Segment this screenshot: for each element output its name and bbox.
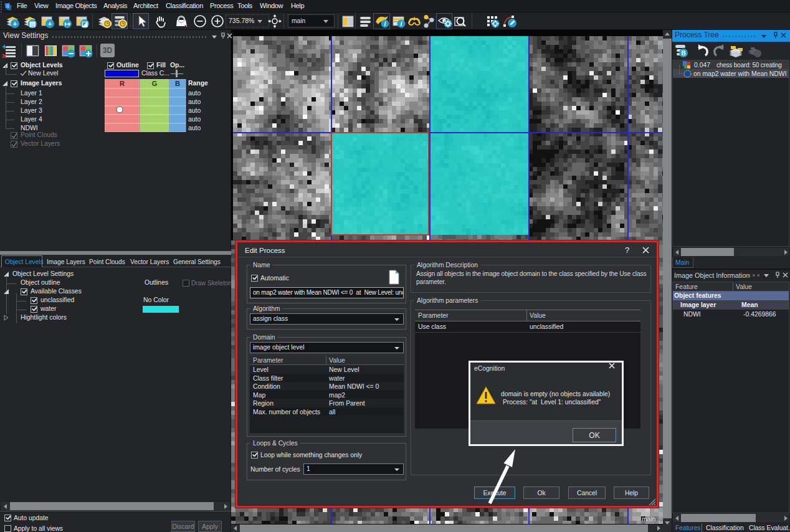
svg-text:R: R (120, 80, 125, 87)
svg-text:G: G (152, 80, 158, 87)
svg-text:B: B (175, 80, 180, 87)
svg-text:B: B (681, 50, 685, 57)
